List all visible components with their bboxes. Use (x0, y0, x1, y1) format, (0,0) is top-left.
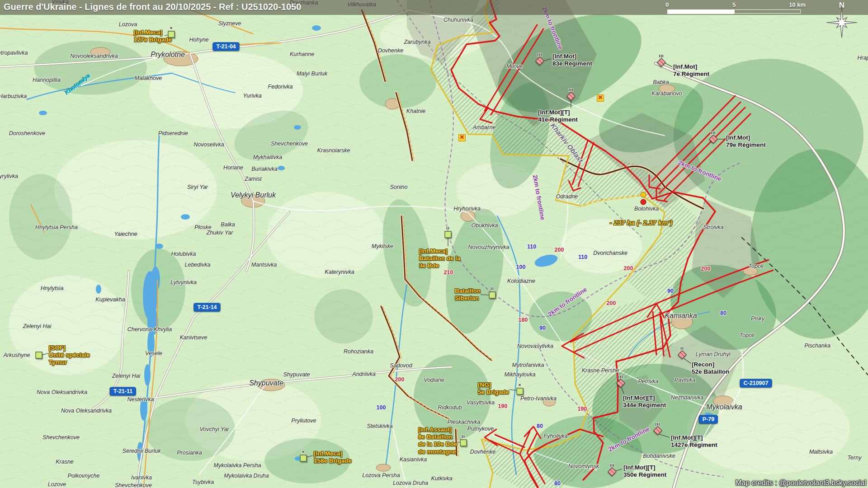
scale-tick: 10 km (789, 1, 806, 8)
scale-bar-segment (734, 9, 801, 14)
scale-tick: 5 (732, 1, 736, 8)
scale-bar-segment (667, 9, 734, 14)
scale-tick: 0 (665, 1, 669, 8)
map-stage: VirivkaDovzhankaVilkhuvatkaChuhunivkaSly… (0, 0, 868, 488)
scale-bar: 0 5 10 km (667, 9, 801, 14)
compass-rose: N (824, 1, 860, 52)
topographic-map-canvas[interactable] (0, 0, 868, 488)
area-change-annotation: - 237 ha (- 2.37 km²) (609, 219, 672, 226)
map-credits: Map credits : @pouletvolant3.bsky.social (736, 479, 866, 487)
map-title: Guerre d'Ukraine - Lignes de front au 20… (4, 2, 301, 12)
compass-north-label: N (839, 1, 844, 10)
